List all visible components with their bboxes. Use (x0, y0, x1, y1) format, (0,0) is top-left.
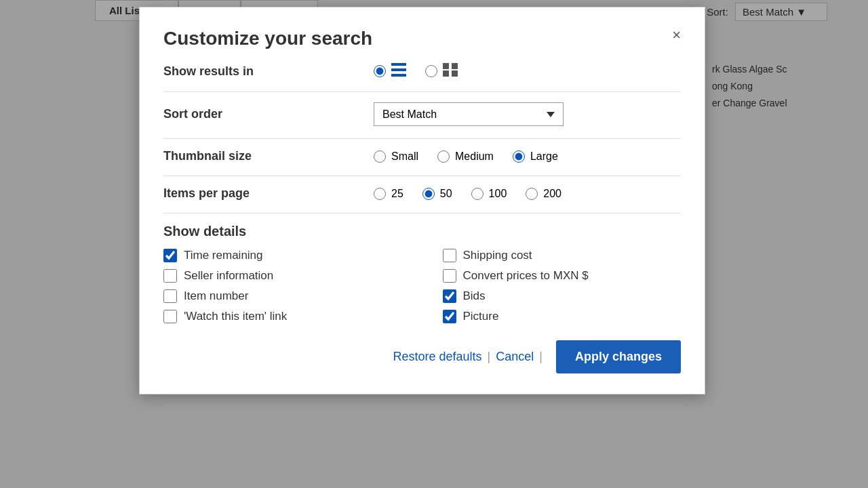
item-number-label: Item number (184, 289, 248, 303)
divider-2 (163, 138, 681, 139)
convert-prices-checkbox[interactable] (443, 269, 456, 283)
sort-order-row: Sort order Best Match Price + Shipping: … (163, 102, 681, 126)
watch-link-label: 'Watch this item' link (184, 310, 287, 323)
items-25-label: 25 (391, 188, 403, 200)
seller-information-option[interactable]: Seller information (163, 269, 402, 283)
apply-changes-button[interactable]: Apply changes (556, 340, 681, 373)
thumbnail-small-option[interactable]: Small (374, 150, 418, 163)
show-results-row: Show results in (163, 63, 681, 79)
gallery-view-icon (443, 63, 458, 79)
show-details-label: Show details (163, 224, 681, 239)
thumbnail-small-label: Small (391, 150, 418, 163)
show-results-controls (374, 63, 458, 79)
svg-rect-4 (452, 63, 458, 69)
thumbnail-medium-radio[interactable] (437, 150, 450, 163)
picture-label: Picture (463, 310, 499, 323)
bids-option[interactable]: Bids (443, 289, 682, 303)
seller-information-label: Seller information (184, 269, 273, 283)
items-100-radio[interactable] (471, 188, 484, 200)
bids-checkbox[interactable] (443, 289, 456, 303)
show-results-gallery-option[interactable] (425, 63, 458, 79)
restore-defaults-button[interactable]: Restore defaults (387, 350, 487, 364)
show-details-section: Show details Time remaining Shipping cos… (163, 224, 681, 323)
footer-separator-2: | (539, 350, 542, 364)
items-50-option[interactable]: 50 (422, 188, 452, 200)
svg-rect-1 (391, 68, 406, 71)
sort-order-label: Sort order (163, 107, 374, 121)
cancel-button[interactable]: Cancel (490, 350, 539, 364)
thumbnail-medium-label: Medium (455, 150, 494, 163)
show-results-label: Show results in (163, 64, 374, 79)
convert-prices-option[interactable]: Convert prices to MXN $ (443, 269, 682, 283)
modal-header: Customize your search × (163, 28, 681, 49)
shipping-cost-checkbox[interactable] (443, 249, 456, 262)
item-number-checkbox[interactable] (163, 289, 177, 303)
items-25-option[interactable]: 25 (374, 188, 403, 200)
modal-title: Customize your search (163, 28, 372, 49)
picture-checkbox[interactable] (443, 310, 456, 323)
items-100-label: 100 (489, 188, 507, 200)
convert-prices-label: Convert prices to MXN $ (463, 269, 589, 283)
items-50-radio[interactable] (422, 188, 435, 200)
time-remaining-option[interactable]: Time remaining (163, 249, 402, 262)
thumbnail-large-radio[interactable] (513, 150, 525, 163)
show-results-list-option[interactable] (374, 63, 406, 79)
items-per-page-label: Items per page (163, 186, 374, 201)
seller-information-checkbox[interactable] (163, 269, 177, 283)
customize-search-modal: Customize your search × Show results in (139, 7, 705, 394)
thumbnail-small-radio[interactable] (374, 150, 386, 163)
items-per-page-row: Items per page 25 50 100 200 (163, 186, 681, 201)
items-per-page-controls: 25 50 100 200 (374, 188, 561, 200)
watch-link-option[interactable]: 'Watch this item' link (163, 310, 402, 323)
svg-rect-5 (443, 70, 449, 77)
items-25-radio[interactable] (374, 188, 386, 200)
svg-rect-0 (391, 63, 406, 66)
show-results-list-radio[interactable] (374, 65, 386, 77)
item-number-option[interactable]: Item number (163, 289, 402, 303)
time-remaining-label: Time remaining (184, 249, 263, 262)
watch-link-checkbox[interactable] (163, 310, 177, 323)
picture-option[interactable]: Picture (443, 310, 682, 323)
shipping-cost-option[interactable]: Shipping cost (443, 249, 682, 262)
sort-order-controls: Best Match Price + Shipping: lowest firs… (374, 102, 564, 126)
divider-4 (163, 213, 681, 214)
items-200-label: 200 (543, 188, 561, 200)
items-200-option[interactable]: 200 (526, 188, 561, 200)
thumbnail-large-option[interactable]: Large (513, 150, 558, 163)
thumbnail-size-row: Thumbnail size Small Medium Large (163, 149, 681, 163)
divider-1 (163, 92, 681, 92)
footer-links: Restore defaults | Cancel | (387, 350, 542, 364)
items-100-option[interactable]: 100 (471, 188, 507, 200)
thumbnail-large-label: Large (530, 150, 558, 163)
close-button[interactable]: × (672, 28, 681, 43)
thumbnail-size-controls: Small Medium Large (374, 150, 558, 163)
thumbnail-medium-option[interactable]: Medium (437, 150, 494, 163)
svg-rect-2 (391, 74, 406, 77)
time-remaining-checkbox[interactable] (163, 249, 177, 262)
thumbnail-size-label: Thumbnail size (163, 149, 374, 163)
divider-3 (163, 176, 681, 176)
sort-order-select[interactable]: Best Match Price + Shipping: lowest firs… (374, 102, 564, 126)
list-view-icon (391, 63, 406, 79)
svg-rect-6 (452, 70, 458, 77)
bids-label: Bids (463, 289, 486, 303)
items-50-label: 50 (440, 188, 452, 200)
svg-rect-3 (443, 63, 449, 69)
items-200-radio[interactable] (526, 188, 538, 200)
shipping-cost-label: Shipping cost (463, 249, 532, 262)
modal-footer: Restore defaults | Cancel | Apply change… (163, 340, 681, 373)
show-details-checkboxes: Time remaining Shipping cost Seller info… (163, 249, 681, 323)
show-results-gallery-radio[interactable] (425, 65, 437, 77)
